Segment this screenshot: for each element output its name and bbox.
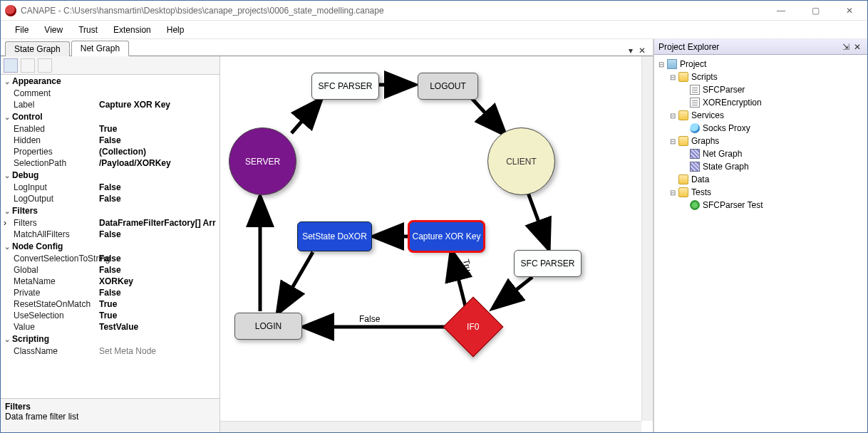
property-value[interactable]: DataFrameFilterFactory[] Arr <box>99 218 219 228</box>
property-row[interactable]: UseSelectionTrue <box>1 310 219 321</box>
property-category[interactable]: ⌄Filters <box>1 204 219 217</box>
property-value[interactable]: XORKey <box>99 276 219 286</box>
graph-icon <box>690 162 700 172</box>
minimize-button[interactable]: — <box>770 6 792 16</box>
tree-twisty-icon[interactable]: ⊟ <box>657 61 666 68</box>
menubar: File View Trust Extension Help <box>1 21 867 39</box>
menu-extension[interactable]: Extension <box>106 22 158 38</box>
node-if0[interactable]: IF0 <box>443 297 504 358</box>
property-value[interactable]: False <box>99 229 219 239</box>
tree-twisty-icon[interactable]: ⊟ <box>668 189 677 197</box>
node-login[interactable]: LOGIN <box>234 313 302 340</box>
property-row[interactable]: LogOutputFalse <box>1 193 219 204</box>
node-sfc-parser-bottom[interactable]: SFC PARSER <box>514 250 582 277</box>
close-button[interactable]: ✕ <box>839 6 860 16</box>
tree-folder-data[interactable]: Data <box>656 173 866 186</box>
tab-dropdown-icon[interactable]: ▾ <box>626 46 636 56</box>
node-client[interactable]: CLIENT <box>487 127 555 195</box>
property-pages-button[interactable] <box>38 58 52 73</box>
canvas-scrollbar-vertical[interactable] <box>641 56 653 421</box>
property-value[interactable]: (Collection) <box>99 147 219 157</box>
tree-item-script[interactable]: XOREncryption <box>656 96 866 109</box>
property-value[interactable]: False <box>99 194 219 204</box>
graph-canvas[interactable]: SERVER SFC PARSER LOGOUT CLIENT SetState… <box>220 56 653 432</box>
menu-trust[interactable]: Trust <box>71 22 105 38</box>
property-category[interactable]: ⌄Scripting <box>1 333 219 345</box>
menu-help[interactable]: Help <box>160 22 192 38</box>
property-value[interactable]: /Payload/XORKey <box>99 158 219 168</box>
pin-icon[interactable]: ⇲ <box>840 42 852 52</box>
property-row[interactable]: MetaNameXORKey <box>1 276 219 287</box>
property-row[interactable]: Properties(Collection) <box>1 146 219 157</box>
node-server[interactable]: SERVER <box>229 127 296 195</box>
property-category[interactable]: ⌄Control <box>1 110 219 123</box>
property-row[interactable]: HiddenFalse <box>1 135 219 146</box>
tree-item-service[interactable]: Socks Proxy <box>656 122 866 135</box>
property-row[interactable]: Comment <box>1 88 219 99</box>
tree-item-script[interactable]: SFCParser <box>656 83 866 96</box>
node-setstate-doxor[interactable]: SetState DoXOR <box>297 221 372 251</box>
property-row[interactable]: LogInputFalse <box>1 182 219 193</box>
property-row[interactable]: LabelCapture XOR Key <box>1 99 219 110</box>
property-value[interactable]: False <box>99 254 219 264</box>
tab-state-graph[interactable]: State Graph <box>5 41 70 56</box>
property-category[interactable]: ⌄Node Config <box>1 240 219 253</box>
property-row[interactable]: GlobalFalse <box>1 264 219 276</box>
tree-item-test[interactable]: SFCParser Test <box>656 199 866 212</box>
node-sfc-parser-top[interactable]: SFC PARSER <box>311 73 379 100</box>
tree-folder-scripts[interactable]: ⊟Scripts <box>656 71 866 83</box>
property-category[interactable]: ⌄Debug <box>1 169 219 182</box>
tree-twisty-icon[interactable]: ⊟ <box>668 112 677 120</box>
tree-item-graph[interactable]: State Graph <box>656 160 866 173</box>
property-row[interactable]: ConvertSelectionToStringFalse <box>1 253 219 264</box>
tree-folder-services[interactable]: ⊟Services <box>656 109 866 122</box>
property-row[interactable]: ValueTestValue <box>1 321 219 333</box>
tree-twisty-icon[interactable]: ⊟ <box>668 73 677 81</box>
property-value[interactable]: Set Meta Node <box>99 346 219 356</box>
tree-folder-tests[interactable]: ⊟Tests <box>656 186 866 199</box>
property-grid[interactable]: ⌄AppearanceCommentLabelCapture XOR Key⌄C… <box>1 75 219 398</box>
property-value[interactable]: True <box>99 311 219 320</box>
tree-item-graph[interactable]: Net Graph <box>656 147 866 160</box>
property-value[interactable] <box>99 88 219 98</box>
property-value[interactable]: False <box>99 288 219 298</box>
property-row[interactable]: ClassNameSet Meta Node <box>1 345 219 357</box>
tree-twisty-icon[interactable]: ⊟ <box>668 137 677 145</box>
node-capture-xor-key[interactable]: Capture XOR Key <box>409 221 484 251</box>
property-key: LogInput <box>14 182 99 192</box>
menu-file[interactable]: File <box>8 22 36 38</box>
tree-folder-graphs[interactable]: ⊟Graphs <box>656 135 866 147</box>
property-key: Global <box>14 265 99 275</box>
tab-close-icon[interactable]: ✕ <box>636 46 649 56</box>
tree-label: State Graph <box>703 162 749 172</box>
property-row[interactable]: MatchAllFiltersFalse <box>1 229 219 240</box>
property-key: ConvertSelectionToString <box>14 254 99 264</box>
folder-icon <box>678 110 688 120</box>
node-logout[interactable]: LOGOUT <box>418 73 478 100</box>
project-tree[interactable]: ⊟Project⊟ScriptsSFCParserXOREncryption⊟S… <box>654 55 867 432</box>
property-key: ClassName <box>14 346 99 356</box>
property-row[interactable]: PrivateFalse <box>1 287 219 298</box>
property-value[interactable]: True <box>99 299 219 309</box>
property-value[interactable]: False <box>99 265 219 275</box>
property-value[interactable]: TestValue <box>99 322 219 332</box>
menu-view[interactable]: View <box>37 22 70 38</box>
property-row[interactable]: EnabledTrue <box>1 123 219 135</box>
canvas-scrollbar-horizontal[interactable] <box>220 421 641 432</box>
alphabetize-button[interactable] <box>21 58 35 73</box>
script-icon <box>690 85 700 95</box>
property-value[interactable]: False <box>99 135 219 145</box>
panel-close-icon[interactable]: ✕ <box>852 42 863 52</box>
property-value[interactable]: Capture XOR Key <box>99 100 219 110</box>
maximize-button[interactable]: ▢ <box>805 6 826 16</box>
property-row[interactable]: ResetStateOnMatchTrue <box>1 298 219 310</box>
property-value[interactable]: True <box>99 124 219 134</box>
tab-net-graph[interactable]: Net Graph <box>71 41 129 56</box>
property-row[interactable]: ›FiltersDataFrameFilterFactory[] Arr <box>1 217 219 229</box>
property-category[interactable]: ⌄Appearance <box>1 75 219 88</box>
property-row[interactable]: SelectionPath/Payload/XORKey <box>1 157 219 169</box>
chevron-down-icon: ⌄ <box>2 172 12 179</box>
categorize-button[interactable] <box>4 58 18 73</box>
property-value[interactable]: False <box>99 182 219 192</box>
tree-root[interactable]: ⊟Project <box>656 58 866 71</box>
